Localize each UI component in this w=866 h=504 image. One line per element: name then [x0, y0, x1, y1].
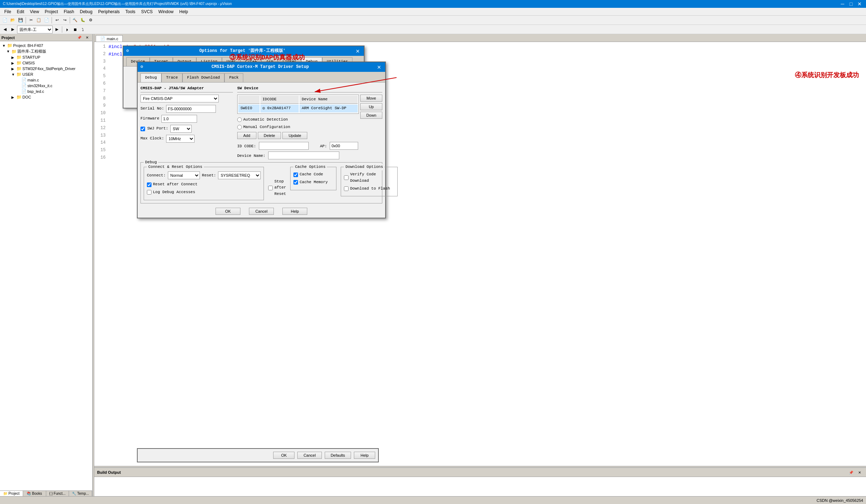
options-close-btn[interactable]: ✕: [355, 48, 361, 54]
log-debug-label[interactable]: Log Debug Accesses: [147, 189, 261, 196]
download-flash-cb[interactable]: [344, 186, 349, 191]
menu-tools[interactable]: Tools: [123, 9, 138, 15]
menu-flash[interactable]: Flash: [61, 9, 77, 15]
tree-startup[interactable]: ▶ 📁 STARTUP: [1, 54, 91, 60]
cmsis-tab-flash[interactable]: Flash Download: [182, 73, 224, 82]
reset-after-connect-label[interactable]: Reset after Connect: [147, 181, 261, 188]
menu-window[interactable]: Window: [155, 9, 176, 15]
auto-detect-radio[interactable]: [237, 117, 242, 122]
tree-stm32driver[interactable]: ▶ 📁 STM32F4xx_StdPeriph_Driver: [1, 66, 91, 71]
minimize-btn[interactable]: ─: [839, 0, 846, 7]
devname-field-input[interactable]: [268, 152, 339, 159]
tb2-stop[interactable]: ⏹: [71, 26, 79, 33]
tb2-build-all[interactable]: ▶: [53, 26, 60, 33]
move-btn[interactable]: Move: [360, 95, 382, 102]
options-bottom-cancel[interactable]: Cancel: [297, 452, 322, 459]
swj-checkbox[interactable]: [140, 127, 145, 131]
close-btn[interactable]: ✕: [856, 0, 863, 7]
tree-stm32it[interactable]: 📄 stm32f4xx_it.c: [1, 83, 91, 89]
reset-after-connect-cb[interactable]: [147, 182, 152, 187]
add-btn[interactable]: Add: [237, 132, 256, 139]
tb-copy[interactable]: 📋: [35, 17, 42, 24]
connect-select[interactable]: Normal: [168, 171, 200, 179]
tb-save[interactable]: 💾: [17, 17, 24, 24]
tb-build[interactable]: 🔨: [71, 17, 79, 24]
tb2-2[interactable]: ▶: [9, 26, 16, 33]
reset-select[interactable]: SYSRESETREQ: [218, 171, 261, 179]
options-bottom-defaults[interactable]: Defaults: [325, 452, 351, 459]
tb-undo[interactable]: ↩: [53, 17, 60, 24]
delete-btn[interactable]: Delete: [258, 132, 281, 139]
cmsis-close-btn[interactable]: ✕: [376, 64, 382, 70]
stop-after-reset-label[interactable]: Stop after Reset: [268, 179, 286, 197]
port-select[interactable]: SW: [170, 125, 192, 133]
menu-file[interactable]: File: [1, 9, 14, 15]
cmsis-ok-btn[interactable]: OK: [216, 208, 240, 215]
tree-firmware-folder[interactable]: ▼ 📁 固件库-工程模版: [1, 48, 91, 54]
jtag-adapter-select[interactable]: Fire CMSIS-DAP: [140, 95, 219, 102]
cmsis-tab-debug[interactable]: Debug: [140, 73, 161, 82]
tree-bspled[interactable]: 📄 bsp_led.c: [1, 89, 91, 94]
cmsis-help-btn[interactable]: Help: [282, 208, 307, 215]
menu-view[interactable]: View: [27, 9, 42, 15]
sidebar-pin-icon[interactable]: 📌: [76, 34, 83, 41]
cache-code-cb[interactable]: [293, 173, 298, 177]
ap-input[interactable]: [330, 142, 358, 150]
tab-project[interactable]: 📁 Project: [0, 491, 23, 496]
menu-help[interactable]: Help: [176, 9, 191, 15]
tb-new[interactable]: 📄: [1, 17, 9, 24]
cache-memory-label[interactable]: Cache Memory: [293, 179, 333, 186]
tree-user[interactable]: ▼ 📁 USER: [1, 71, 91, 77]
tb-options[interactable]: ⚙: [87, 17, 94, 24]
update-btn[interactable]: Update: [282, 132, 307, 139]
download-flash-label[interactable]: Download to Flash: [344, 186, 394, 192]
tree-cmsis[interactable]: ▶ 📁 CMSIS: [1, 60, 91, 66]
tb2-1[interactable]: ◀: [1, 26, 9, 33]
tb2-step[interactable]: ⤵: [79, 26, 86, 33]
manual-config-radio[interactable]: [237, 125, 242, 129]
log-debug-cb[interactable]: [147, 190, 152, 195]
cmsis-tab-pack[interactable]: Pack: [224, 73, 243, 82]
maximize-btn[interactable]: □: [848, 0, 855, 7]
cache-memory-cb[interactable]: [293, 180, 298, 185]
editor-tab-mainc[interactable]: 📄 main.c: [96, 35, 123, 42]
options-dialog-title[interactable]: ⚙ Options for Target '固件库-工程模版' ✕: [123, 46, 364, 56]
cache-code-label[interactable]: Cache Code: [293, 171, 333, 178]
down-btn[interactable]: Down: [360, 112, 382, 119]
build-output-pin[interactable]: 📌: [848, 469, 855, 476]
menu-edit[interactable]: Edit: [14, 9, 27, 15]
cmsis-dialog-title[interactable]: ⚙ CMSIS-DAP Cortex-M Target Driver Setup…: [138, 62, 385, 72]
options-bottom-help[interactable]: Help: [354, 452, 375, 459]
menu-debug[interactable]: Debug: [77, 9, 95, 15]
tab-books[interactable]: 📚 Books: [23, 491, 46, 496]
menu-svcs[interactable]: SVCS: [138, 9, 156, 15]
verify-code-label[interactable]: Verify Code Download: [344, 171, 394, 184]
target-select[interactable]: 固件库-工: [17, 26, 53, 33]
manual-config-label[interactable]: Manual Configuration: [237, 124, 359, 131]
tb-debug[interactable]: 🐛: [79, 17, 86, 24]
tab-funct[interactable]: { } Funct...: [46, 491, 69, 496]
tb-paste[interactable]: 📄: [43, 17, 50, 24]
menu-peripherals[interactable]: Peripherals: [95, 9, 123, 15]
tab-temp[interactable]: 🔧 Temp...: [69, 491, 92, 496]
idcode-field-input[interactable]: [259, 142, 309, 150]
tree-doc[interactable]: ▶ 📁 DOC: [1, 94, 91, 100]
tb2-run[interactable]: ⏵: [64, 26, 71, 33]
tree-mainc[interactable]: 📄 main.c: [1, 77, 91, 83]
serial-input[interactable]: [166, 105, 216, 113]
cmsis-cancel-btn[interactable]: Cancel: [249, 208, 274, 215]
build-output-close[interactable]: ✕: [856, 469, 863, 476]
firmware-input[interactable]: [161, 115, 197, 123]
sidebar-close-icon[interactable]: ✕: [84, 34, 91, 41]
options-bottom-ok[interactable]: OK: [273, 452, 294, 459]
maxclock-select[interactable]: 10MHz: [166, 135, 195, 143]
tb-redo[interactable]: ↪: [61, 17, 68, 24]
sw-device-row[interactable]: SWDIO ◎ 0x2BA01477 ARM CoreSight SW-DP: [238, 105, 358, 113]
cmsis-tab-trace[interactable]: Trace: [161, 73, 182, 82]
tree-project-root[interactable]: ▼ 📁 Project: BH-F407: [1, 43, 91, 48]
tb-open[interactable]: 📂: [9, 17, 16, 24]
auto-detect-label[interactable]: Automatic Detection: [237, 117, 359, 123]
menu-project[interactable]: Project: [42, 9, 61, 15]
up-btn[interactable]: Up: [360, 103, 382, 110]
tb-cut[interactable]: ✂: [27, 17, 34, 24]
